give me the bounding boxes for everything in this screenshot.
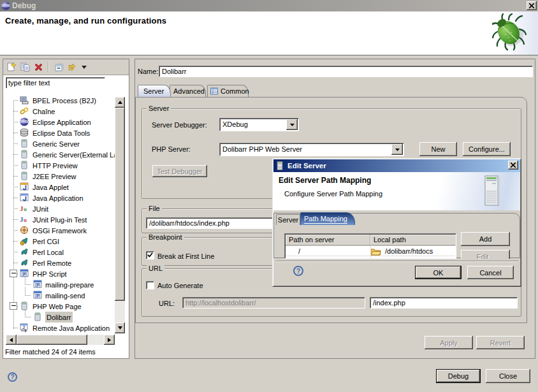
svg-text:J: J bbox=[22, 325, 25, 330]
svg-text:P: P bbox=[23, 272, 26, 277]
svg-text:P: P bbox=[36, 283, 40, 287]
svg-text:u: u bbox=[24, 217, 27, 223]
svg-text:P: P bbox=[36, 294, 40, 298]
svg-text:u: u bbox=[24, 206, 27, 212]
